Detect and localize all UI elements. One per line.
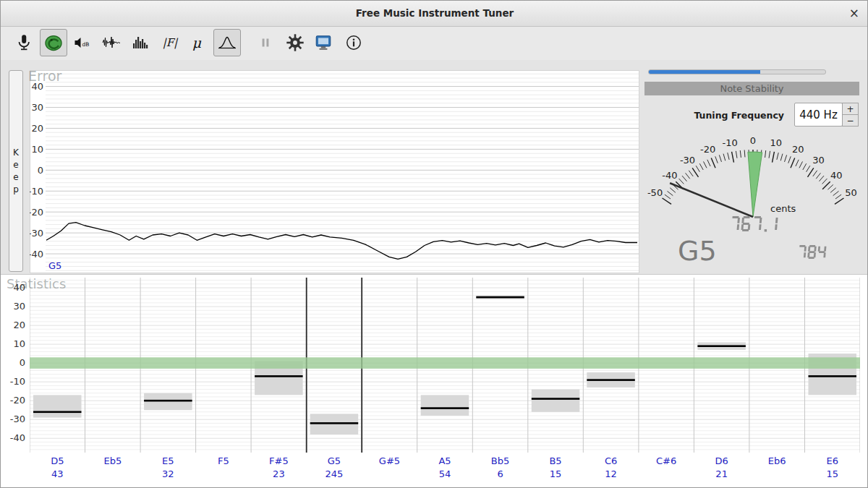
note-stability-label: Note Stability [720, 83, 783, 94]
note-sample-count: 21 [694, 469, 749, 479]
fmit-logo-icon [43, 33, 64, 53]
statistics-note-labels: D543Eb5E532F5F#523G5245G#5A554Bb56B515C6… [30, 456, 860, 485]
waveform-view-button[interactable] [98, 29, 125, 56]
audio-device-icon [314, 33, 333, 52]
note-sample-count: 245 [307, 469, 362, 479]
note-name: G5 [307, 456, 362, 466]
svg-text:-30: -30 [30, 228, 43, 239]
note-sample-count: 15 [528, 469, 584, 479]
svg-text:20: 20 [31, 123, 43, 134]
about-button[interactable] [340, 29, 367, 56]
note-column-label: C612 [583, 456, 639, 485]
cents-unit-label: cents [770, 203, 796, 214]
svg-text:-20: -20 [700, 144, 715, 155]
note-name: C6 [583, 456, 639, 466]
titlebar[interactable]: Free Music Instrument Tuner × [1, 1, 868, 27]
tuning-frequency-value: 440 Hz [799, 108, 838, 121]
note-name: C#6 [639, 456, 694, 466]
target-frequency-lcd [797, 245, 832, 261]
note-sample-count: 12 [583, 469, 639, 479]
waveform-icon [102, 34, 121, 51]
svg-text:0: 0 [38, 165, 43, 176]
note-column-label: E615 [804, 456, 860, 485]
note-name: D6 [694, 456, 749, 466]
svg-text:-40: -40 [662, 170, 677, 181]
svg-text:50: 50 [845, 187, 857, 198]
tuning-frequency-steppers: + − [842, 103, 859, 127]
level-progress-bar [648, 69, 826, 74]
note-column-label: G#5 [362, 456, 417, 485]
peak-view-button[interactable] [213, 29, 241, 56]
settings-button[interactable] [281, 29, 309, 56]
fourier-view-button[interactable]: |F| [156, 29, 184, 56]
note-sample-count: 43 [30, 469, 85, 479]
tuning-frequency-spinbox[interactable]: 440 Hz [794, 103, 843, 127]
note-sample-count: 54 [417, 469, 473, 479]
level-progress-chunk [649, 70, 760, 74]
detected-frequency-lcd [730, 216, 783, 234]
cents-dial: -50-40-30-20-1001020304050 [641, 134, 867, 226]
gear-icon [286, 33, 305, 52]
svg-text:10: 10 [770, 137, 782, 148]
window-title: Free Music Instrument Tuner [1, 7, 868, 19]
svg-text:10: 10 [31, 144, 43, 155]
fourier-icon: |F| [163, 36, 178, 49]
keep-button-letter: e [13, 160, 18, 170]
note-sample-count: 32 [140, 469, 196, 479]
note-column-label: D621 [694, 456, 749, 485]
note-sample-count: 6 [472, 469, 528, 479]
spectrum-view-button[interactable] [127, 29, 154, 56]
pause-button[interactable] [252, 29, 279, 56]
statistics-plot-canvas [30, 278, 860, 453]
note-name: Eb6 [749, 456, 805, 466]
keep-button-letter: e [13, 172, 18, 182]
note-name: D5 [30, 456, 85, 466]
peak-curve-icon [218, 34, 237, 51]
note-sample-count: 15 [804, 469, 860, 479]
close-icon[interactable]: × [849, 6, 859, 20]
detected-note-name: G5 [678, 236, 717, 266]
note-stability-bar: Note Stability [644, 82, 859, 95]
keep-button[interactable]: Keep [9, 70, 23, 272]
svg-text:-40: -40 [30, 249, 43, 260]
info-icon [345, 34, 362, 51]
note-name: A5 [417, 456, 473, 466]
svg-text:-30: -30 [680, 155, 695, 166]
spin-down-button[interactable]: − [842, 114, 859, 127]
svg-text:30: 30 [812, 155, 825, 166]
pause-icon [258, 35, 273, 51]
microphone-button[interactable] [10, 29, 38, 56]
note-column-label: A554 [417, 456, 473, 485]
microphone-icon [14, 33, 33, 52]
note-column-label: B515 [528, 456, 584, 485]
svg-text:-10: -10 [30, 186, 43, 197]
svg-text:-50: -50 [647, 187, 663, 198]
svg-text:20: 20 [792, 144, 804, 155]
audio-device-button[interactable] [310, 29, 337, 56]
fmit-window: Free Music Instrument Tuner × dB|F|μ 403… [0, 0, 868, 488]
note-name: E6 [804, 456, 860, 466]
svg-text:40: 40 [31, 81, 43, 92]
note-column-label: F#523 [251, 456, 307, 485]
svg-text:0: 0 [750, 135, 756, 146]
note-name: F#5 [251, 456, 307, 466]
fmit-logo-button[interactable] [40, 29, 67, 56]
statistics-view-button[interactable]: μ [183, 29, 210, 56]
volume-db-button[interactable]: dB [69, 29, 96, 56]
note-column-label: G5245 [307, 456, 362, 485]
svg-text:dB: dB [82, 41, 90, 48]
speaker-db-icon: dB [73, 34, 92, 51]
keep-button-letter: p [13, 184, 19, 194]
note-name: Eb5 [85, 456, 141, 466]
note-column-label: Bb56 [472, 456, 528, 485]
spin-up-button[interactable]: + [842, 103, 859, 115]
svg-text:-10: -10 [723, 137, 738, 148]
svg-text:40: 40 [830, 170, 843, 181]
note-name: G#5 [362, 456, 417, 466]
note-column-label: C#6 [639, 456, 694, 485]
note-column-label: E532 [140, 456, 196, 485]
keep-button-letter: K [13, 147, 19, 158]
note-column-label: Eb5 [85, 456, 141, 485]
note-column-label: Eb6 [749, 456, 805, 485]
tuning-frequency-label: Tuning Frequency [679, 110, 784, 121]
